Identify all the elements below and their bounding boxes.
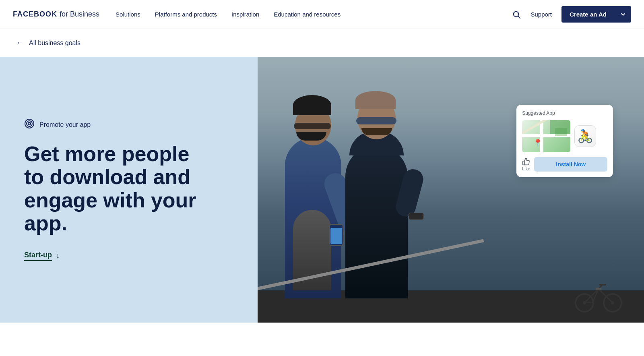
like-button[interactable]: Like bbox=[522, 157, 530, 171]
hero-image-area: Suggested App 📍 🚴 bbox=[258, 57, 644, 323]
app-icon: 🚴 bbox=[574, 125, 596, 147]
create-ad-label: Create an Ad bbox=[561, 6, 615, 23]
breadcrumb: ← All business goals bbox=[0, 29, 644, 57]
startup-link[interactable]: Start-up ↓ bbox=[24, 251, 242, 261]
app-card-title: Suggested App bbox=[522, 110, 607, 116]
app-card: Suggested App 📍 🚴 bbox=[516, 105, 613, 177]
svg-line-10 bbox=[599, 289, 613, 303]
hero-tag: Promote your app bbox=[24, 118, 242, 131]
bicycle-element bbox=[572, 277, 625, 315]
install-now-button[interactable]: Install Now bbox=[534, 157, 607, 172]
svg-point-4 bbox=[28, 122, 31, 125]
nav-links: Solutions Platforms and products Inspira… bbox=[116, 11, 512, 18]
startup-label: Start-up bbox=[24, 251, 52, 261]
svg-line-1 bbox=[518, 16, 520, 18]
map-pin-icon: 📍 bbox=[533, 139, 542, 147]
svg-point-3 bbox=[27, 121, 32, 126]
logo-facebook: FACEBOOK bbox=[13, 10, 57, 19]
hero-left-panel: Promote your app Get more people to down… bbox=[0, 57, 258, 323]
target-icon bbox=[24, 118, 35, 131]
search-button[interactable] bbox=[512, 10, 521, 19]
hero-title: Get more people to download and engage w… bbox=[24, 143, 242, 235]
navbar: FACEBOOK for Business Solutions Platform… bbox=[0, 0, 644, 29]
app-card-body: 📍 🚴 bbox=[522, 120, 607, 152]
svg-line-11 bbox=[592, 289, 599, 303]
bicycle-icon: 🚴 bbox=[577, 128, 593, 144]
create-ad-button[interactable]: Create an Ad bbox=[561, 6, 631, 23]
chevron-down-icon bbox=[615, 7, 631, 22]
hero-section: Promote your app Get more people to down… bbox=[0, 57, 644, 323]
app-card-actions: Like Install Now bbox=[522, 157, 607, 172]
nav-platforms[interactable]: Platforms and products bbox=[155, 11, 217, 18]
nav-inspiration[interactable]: Inspiration bbox=[231, 11, 259, 18]
nav-education[interactable]: Education and resources bbox=[274, 11, 341, 18]
back-to-goals-link[interactable]: All business goals bbox=[29, 39, 80, 47]
search-icon bbox=[512, 10, 521, 19]
svg-line-9 bbox=[584, 289, 599, 303]
support-link[interactable]: Support bbox=[530, 11, 552, 18]
startup-arrow-icon: ↓ bbox=[56, 252, 60, 260]
logo-link[interactable]: FACEBOOK for Business bbox=[13, 10, 99, 19]
thumb-up-icon bbox=[522, 157, 530, 166]
like-label: Like bbox=[522, 166, 530, 171]
hero-tag-label: Promote your app bbox=[39, 121, 91, 128]
back-arrow-icon: ← bbox=[16, 39, 23, 47]
nav-solutions[interactable]: Solutions bbox=[116, 11, 140, 18]
nav-right: Support Create an Ad bbox=[512, 6, 631, 23]
map-preview: 📍 bbox=[522, 120, 570, 152]
logo-for-business: for Business bbox=[60, 10, 99, 19]
